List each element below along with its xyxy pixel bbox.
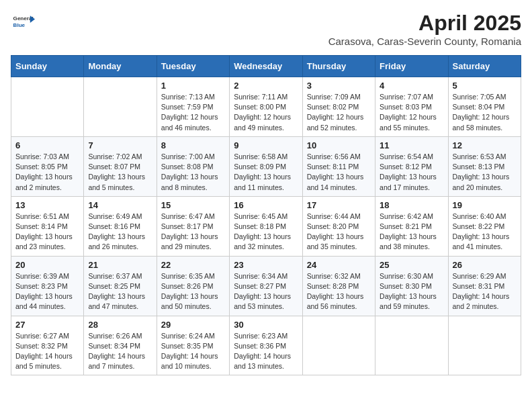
day-info: Sunrise: 6:40 AM Sunset: 8:22 PM Dayligh… xyxy=(453,212,517,253)
calendar-cell: 9Sunrise: 6:58 AM Sunset: 8:09 PM Daylig… xyxy=(230,136,302,196)
logo-icon: General Blue xyxy=(11,11,35,35)
day-info: Sunrise: 6:42 AM Sunset: 8:21 PM Dayligh… xyxy=(380,212,443,253)
day-info: Sunrise: 6:39 AM Sunset: 8:23 PM Dayligh… xyxy=(15,271,79,312)
day-number: 18 xyxy=(380,200,443,210)
calendar-cell: 27Sunrise: 6:27 AM Sunset: 8:32 PM Dayli… xyxy=(11,316,84,375)
day-info: Sunrise: 6:58 AM Sunset: 8:09 PM Dayligh… xyxy=(234,152,298,193)
calendar-cell: 17Sunrise: 6:44 AM Sunset: 8:20 PM Dayli… xyxy=(302,196,375,256)
calendar-header-tuesday: Tuesday xyxy=(157,56,229,77)
calendar-header-saturday: Saturday xyxy=(448,56,521,77)
calendar-cell: 4Sunrise: 7:07 AM Sunset: 8:03 PM Daylig… xyxy=(375,77,448,137)
day-number: 23 xyxy=(234,260,298,270)
calendar-header-row: SundayMondayTuesdayWednesdayThursdayFrid… xyxy=(11,56,521,77)
title-area: April 2025 Carasova, Caras-Severin Count… xyxy=(328,11,521,47)
calendar-cell: 15Sunrise: 6:47 AM Sunset: 8:17 PM Dayli… xyxy=(157,196,229,256)
calendar-cell: 30Sunrise: 6:23 AM Sunset: 8:36 PM Dayli… xyxy=(230,316,302,375)
day-number: 15 xyxy=(161,200,225,210)
day-number: 20 xyxy=(15,260,79,270)
day-number: 12 xyxy=(453,140,517,150)
calendar-cell: 1Sunrise: 7:13 AM Sunset: 7:59 PM Daylig… xyxy=(157,77,229,137)
calendar-cell: 10Sunrise: 6:56 AM Sunset: 8:11 PM Dayli… xyxy=(302,136,375,196)
day-number: 25 xyxy=(380,260,443,270)
calendar-cell: 16Sunrise: 6:45 AM Sunset: 8:18 PM Dayli… xyxy=(230,196,302,256)
day-info: Sunrise: 6:56 AM Sunset: 8:11 PM Dayligh… xyxy=(307,152,371,193)
calendar-cell: 21Sunrise: 6:37 AM Sunset: 8:25 PM Dayli… xyxy=(84,256,157,316)
calendar-cell: 29Sunrise: 6:24 AM Sunset: 8:35 PM Dayli… xyxy=(157,316,229,375)
page-header: General Blue April 2025 Carasova, Caras-… xyxy=(11,11,521,47)
day-number: 13 xyxy=(15,200,79,210)
day-info: Sunrise: 6:26 AM Sunset: 8:34 PM Dayligh… xyxy=(88,331,152,372)
day-number: 6 xyxy=(15,140,79,150)
calendar-week-row: 13Sunrise: 6:51 AM Sunset: 8:14 PM Dayli… xyxy=(11,196,521,256)
day-number: 14 xyxy=(88,200,152,210)
calendar-header-wednesday: Wednesday xyxy=(230,56,302,77)
day-info: Sunrise: 7:13 AM Sunset: 7:59 PM Dayligh… xyxy=(161,92,225,133)
day-info: Sunrise: 6:37 AM Sunset: 8:25 PM Dayligh… xyxy=(88,271,152,312)
calendar-header-thursday: Thursday xyxy=(302,56,375,77)
calendar-header-monday: Monday xyxy=(84,56,157,77)
day-info: Sunrise: 6:30 AM Sunset: 8:30 PM Dayligh… xyxy=(380,271,443,312)
calendar-cell: 14Sunrise: 6:49 AM Sunset: 8:16 PM Dayli… xyxy=(84,196,157,256)
day-number: 19 xyxy=(453,200,517,210)
day-info: Sunrise: 6:23 AM Sunset: 8:36 PM Dayligh… xyxy=(234,331,298,372)
day-info: Sunrise: 6:24 AM Sunset: 8:35 PM Dayligh… xyxy=(161,331,225,372)
calendar-cell: 6Sunrise: 7:03 AM Sunset: 8:05 PM Daylig… xyxy=(11,136,84,196)
day-info: Sunrise: 6:54 AM Sunset: 8:12 PM Dayligh… xyxy=(380,152,443,193)
calendar-cell xyxy=(11,77,84,137)
day-info: Sunrise: 7:03 AM Sunset: 8:05 PM Dayligh… xyxy=(15,152,79,193)
day-number: 16 xyxy=(234,200,298,210)
calendar-cell: 23Sunrise: 6:34 AM Sunset: 8:27 PM Dayli… xyxy=(230,256,302,316)
day-number: 5 xyxy=(453,81,517,91)
day-number: 22 xyxy=(161,260,225,270)
day-number: 28 xyxy=(88,320,152,330)
day-number: 11 xyxy=(380,140,443,150)
day-info: Sunrise: 6:29 AM Sunset: 8:31 PM Dayligh… xyxy=(453,271,517,312)
calendar-cell: 7Sunrise: 7:02 AM Sunset: 8:07 PM Daylig… xyxy=(84,136,157,196)
location-title: Carasova, Caras-Severin County, Romania xyxy=(328,36,521,47)
day-number: 4 xyxy=(380,81,443,91)
calendar-cell: 5Sunrise: 7:05 AM Sunset: 8:04 PM Daylig… xyxy=(448,77,521,137)
day-info: Sunrise: 7:11 AM Sunset: 8:00 PM Dayligh… xyxy=(234,92,298,133)
day-info: Sunrise: 6:34 AM Sunset: 8:27 PM Dayligh… xyxy=(234,271,298,312)
day-info: Sunrise: 6:45 AM Sunset: 8:18 PM Dayligh… xyxy=(234,212,298,253)
calendar-cell xyxy=(375,316,448,375)
day-number: 27 xyxy=(15,320,79,330)
calendar-header-sunday: Sunday xyxy=(11,56,84,77)
calendar-week-row: 1Sunrise: 7:13 AM Sunset: 7:59 PM Daylig… xyxy=(11,77,521,137)
svg-text:Blue: Blue xyxy=(13,22,26,28)
calendar-cell xyxy=(448,316,521,375)
calendar-week-row: 27Sunrise: 6:27 AM Sunset: 8:32 PM Dayli… xyxy=(11,316,521,375)
calendar-cell: 3Sunrise: 7:09 AM Sunset: 8:02 PM Daylig… xyxy=(302,77,375,137)
day-info: Sunrise: 6:51 AM Sunset: 8:14 PM Dayligh… xyxy=(15,212,79,253)
day-info: Sunrise: 7:00 AM Sunset: 8:08 PM Dayligh… xyxy=(161,152,225,193)
calendar-cell: 19Sunrise: 6:40 AM Sunset: 8:22 PM Dayli… xyxy=(448,196,521,256)
day-info: Sunrise: 6:49 AM Sunset: 8:16 PM Dayligh… xyxy=(88,212,152,253)
day-number: 24 xyxy=(307,260,371,270)
day-number: 9 xyxy=(234,140,298,150)
calendar-cell: 28Sunrise: 6:26 AM Sunset: 8:34 PM Dayli… xyxy=(84,316,157,375)
day-info: Sunrise: 6:47 AM Sunset: 8:17 PM Dayligh… xyxy=(161,212,225,253)
day-number: 29 xyxy=(161,320,225,330)
calendar-cell: 18Sunrise: 6:42 AM Sunset: 8:21 PM Dayli… xyxy=(375,196,448,256)
calendar-cell: 12Sunrise: 6:53 AM Sunset: 8:13 PM Dayli… xyxy=(448,136,521,196)
calendar-cell xyxy=(84,77,157,137)
calendar-cell: 13Sunrise: 6:51 AM Sunset: 8:14 PM Dayli… xyxy=(11,196,84,256)
day-number: 8 xyxy=(161,140,225,150)
day-info: Sunrise: 7:09 AM Sunset: 8:02 PM Dayligh… xyxy=(307,92,371,133)
day-number: 3 xyxy=(307,81,371,91)
calendar-week-row: 6Sunrise: 7:03 AM Sunset: 8:05 PM Daylig… xyxy=(11,136,521,196)
calendar-cell: 26Sunrise: 6:29 AM Sunset: 8:31 PM Dayli… xyxy=(448,256,521,316)
day-number: 30 xyxy=(234,320,298,330)
calendar-cell: 22Sunrise: 6:35 AM Sunset: 8:26 PM Dayli… xyxy=(157,256,229,316)
calendar-cell: 11Sunrise: 6:54 AM Sunset: 8:12 PM Dayli… xyxy=(375,136,448,196)
logo: General Blue xyxy=(11,11,35,35)
day-info: Sunrise: 7:07 AM Sunset: 8:03 PM Dayligh… xyxy=(380,92,443,133)
calendar-week-row: 20Sunrise: 6:39 AM Sunset: 8:23 PM Dayli… xyxy=(11,256,521,316)
calendar-header-friday: Friday xyxy=(375,56,448,77)
calendar-cell: 25Sunrise: 6:30 AM Sunset: 8:30 PM Dayli… xyxy=(375,256,448,316)
day-info: Sunrise: 7:02 AM Sunset: 8:07 PM Dayligh… xyxy=(88,152,152,193)
day-number: 7 xyxy=(88,140,152,150)
calendar-cell: 24Sunrise: 6:32 AM Sunset: 8:28 PM Dayli… xyxy=(302,256,375,316)
calendar-cell: 8Sunrise: 7:00 AM Sunset: 8:08 PM Daylig… xyxy=(157,136,229,196)
day-number: 1 xyxy=(161,81,225,91)
